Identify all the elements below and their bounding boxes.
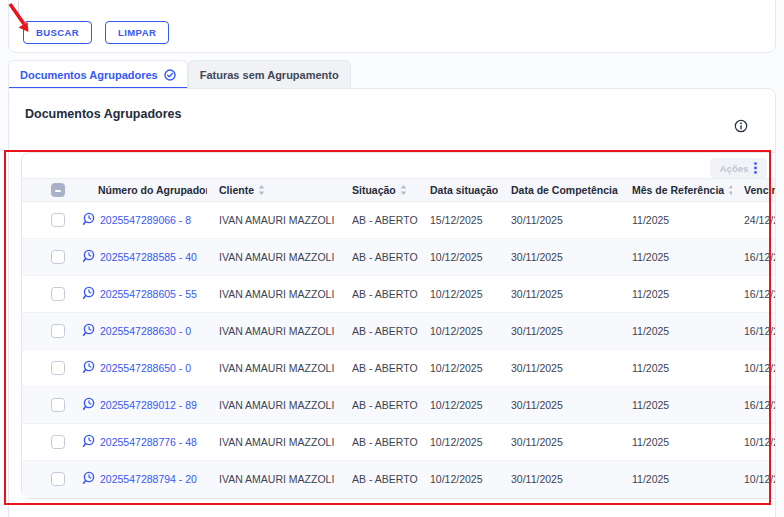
tab-documentos-agrupadores[interactable]: Documentos Agrupadores [8, 60, 188, 88]
mes-referencia-cell: 11/2025 [620, 313, 732, 350]
data-situacao-cell: 10/12/2025 [418, 461, 499, 498]
magnifier-clock-icon[interactable] [82, 434, 95, 450]
info-icon[interactable] [734, 119, 748, 133]
kebab-menu-icon [754, 162, 757, 174]
limpar-button[interactable]: LIMPAR [105, 21, 169, 44]
table-row[interactable]: 2025547288585 - 40 IVAN AMAURI MAZZOLI A… [22, 239, 776, 276]
table-toolbar: Ações [22, 153, 776, 178]
situacao-cell: AB - ABERTO [340, 239, 418, 276]
magnifier-clock-icon[interactable] [82, 360, 95, 376]
cliente-cell: IVAN AMAURI MAZZOLI [207, 313, 340, 350]
situacao-cell: AB - ABERTO [340, 202, 418, 239]
vencimento-cell: 10/12/2025 [732, 461, 776, 498]
row-checkbox[interactable] [51, 324, 65, 338]
table-row[interactable]: 2025547288630 - 0 IVAN AMAURI MAZZOLI AB… [22, 313, 776, 350]
mes-referencia-cell: 11/2025 [620, 202, 732, 239]
check-circle-icon [164, 69, 176, 81]
row-checkbox[interactable] [51, 472, 65, 486]
table-row[interactable]: 2025547288794 - 20 IVAN AMAURI MAZZOLI A… [22, 461, 776, 498]
tab-label: Documentos Agrupadores [20, 69, 158, 81]
sort-icon[interactable] [728, 185, 732, 197]
vencimento-cell: 16/12/2025 [732, 239, 776, 276]
vencimento-cell: 16/12/2025 [732, 276, 776, 313]
cliente-cell: IVAN AMAURI MAZZOLI [207, 424, 340, 461]
vencimento-cell: 16/12/2025 [732, 387, 776, 424]
data-competencia-cell: 30/11/2025 [499, 461, 620, 498]
agrupador-link[interactable]: 2025547289012 - 89 [100, 399, 197, 411]
row-checkbox[interactable] [51, 250, 65, 264]
documentos-agrupadores-panel: Documentos Agrupadores Ações Número do A… [8, 88, 776, 517]
column-header: Número do Agrupador [98, 184, 207, 196]
agrupador-link[interactable]: 2025547288585 - 40 [100, 251, 197, 263]
agrupador-link[interactable]: 2025547289066 - 8 [100, 214, 191, 226]
column-header: Cliente [219, 184, 254, 196]
data-situacao-cell: 10/12/2025 [418, 424, 499, 461]
table-row[interactable]: 2025547288650 - 0 IVAN AMAURI MAZZOLI AB… [22, 350, 776, 387]
agrupador-link[interactable]: 2025547288630 - 0 [100, 325, 191, 337]
row-checkbox[interactable] [51, 213, 65, 227]
cropped-field-edge [18, 1, 19, 13]
data-competencia-cell: 30/11/2025 [499, 276, 620, 313]
acoes-label: Ações [720, 163, 749, 174]
row-checkbox[interactable] [51, 398, 65, 412]
data-situacao-cell: 10/12/2025 [418, 350, 499, 387]
table-row[interactable]: 2025547288776 - 48 IVAN AMAURI MAZZOLI A… [22, 424, 776, 461]
data-competencia-cell: 30/11/2025 [499, 313, 620, 350]
situacao-cell: AB - ABERTO [340, 387, 418, 424]
situacao-cell: AB - ABERTO [340, 313, 418, 350]
agrupador-link[interactable]: 2025547288605 - 55 [100, 288, 197, 300]
sort-icon[interactable] [258, 185, 265, 197]
magnifier-clock-icon[interactable] [82, 249, 95, 265]
row-checkbox[interactable] [51, 287, 65, 301]
mes-referencia-cell: 11/2025 [620, 239, 732, 276]
vencimento-cell: 24/12/2025 [732, 202, 776, 239]
mes-referencia-cell: 11/2025 [620, 461, 732, 498]
mes-referencia-cell: 11/2025 [620, 276, 732, 313]
magnifier-clock-icon[interactable] [82, 397, 95, 413]
table-row[interactable]: 2025547289012 - 89 IVAN AMAURI MAZZOLI A… [22, 387, 776, 424]
data-competencia-cell: 30/11/2025 [499, 387, 620, 424]
panel-title: Documentos Agrupadores [25, 107, 182, 121]
row-checkbox[interactable] [51, 435, 65, 449]
situacao-cell: AB - ABERTO [340, 276, 418, 313]
documentos-table: Número do Agrupador Cliente Situação Dat… [22, 178, 776, 498]
data-situacao-cell: 10/12/2025 [418, 313, 499, 350]
cliente-cell: IVAN AMAURI MAZZOLI [207, 202, 340, 239]
situacao-cell: AB - ABERTO [340, 461, 418, 498]
tabs-bar: Documentos Agrupadores Faturas sem Agrup… [8, 60, 351, 88]
magnifier-clock-icon[interactable] [82, 212, 95, 228]
magnifier-clock-icon[interactable] [82, 471, 95, 487]
cliente-cell: IVAN AMAURI MAZZOLI [207, 461, 340, 498]
mes-referencia-cell: 11/2025 [620, 387, 732, 424]
vencimento-cell: 16/12/2025 [732, 313, 776, 350]
table-header-row: Número do Agrupador Cliente Situação Dat… [22, 179, 776, 202]
column-header: Situação [352, 184, 396, 196]
acoes-button[interactable]: Ações [710, 158, 767, 178]
data-situacao-cell: 10/12/2025 [418, 276, 499, 313]
data-competencia-cell: 30/11/2025 [499, 424, 620, 461]
agrupador-link[interactable]: 2025547288650 - 0 [100, 362, 191, 374]
data-competencia-cell: 30/11/2025 [499, 350, 620, 387]
vencimento-cell: 10/12/2025 [732, 350, 776, 387]
sort-icon[interactable] [400, 185, 407, 197]
magnifier-clock-icon[interactable] [82, 323, 95, 339]
agrupador-link[interactable]: 2025547288794 - 20 [100, 473, 197, 485]
data-situacao-cell: 15/12/2025 [418, 202, 499, 239]
select-all-checkbox[interactable] [51, 183, 65, 197]
cliente-cell: IVAN AMAURI MAZZOLI [207, 350, 340, 387]
table-row[interactable]: 2025547288605 - 55 IVAN AMAURI MAZZOLI A… [22, 276, 776, 313]
data-situacao-cell: 10/12/2025 [418, 239, 499, 276]
data-competencia-cell: 30/11/2025 [499, 202, 620, 239]
mes-referencia-cell: 11/2025 [620, 424, 732, 461]
magnifier-clock-icon[interactable] [82, 286, 95, 302]
column-header: Data situação [430, 184, 498, 196]
cliente-cell: IVAN AMAURI MAZZOLI [207, 387, 340, 424]
tab-faturas-sem-agrupamento[interactable]: Faturas sem Agrupamento [188, 60, 351, 88]
row-checkbox[interactable] [51, 361, 65, 375]
agrupador-link[interactable]: 2025547288776 - 48 [100, 436, 197, 448]
situacao-cell: AB - ABERTO [340, 424, 418, 461]
buscar-button[interactable]: BUSCAR [23, 21, 92, 44]
column-header: Mês de Referência [632, 184, 724, 196]
table-row[interactable]: 2025547289066 - 8 IVAN AMAURI MAZZOLI AB… [22, 202, 776, 239]
search-panel: BUSCAR LIMPAR [8, 0, 776, 53]
